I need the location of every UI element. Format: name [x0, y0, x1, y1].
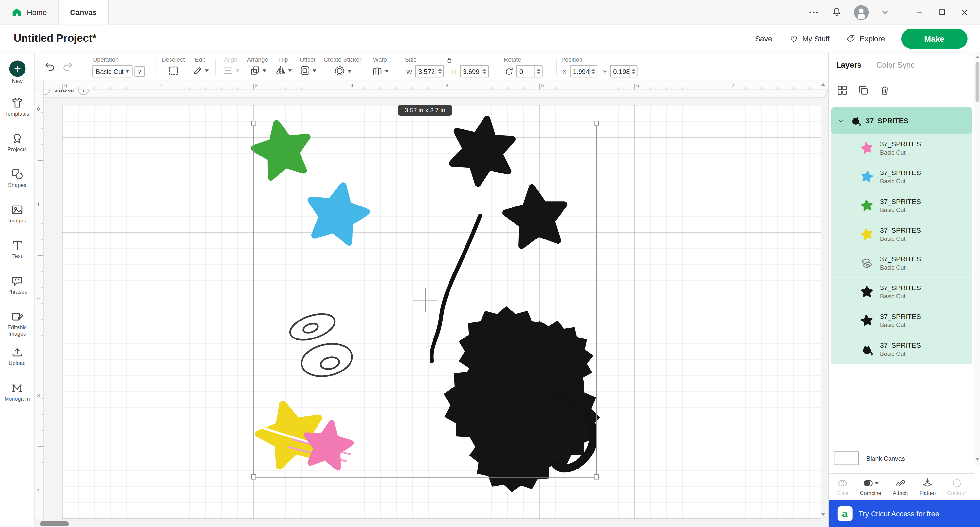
selection-handle-sw[interactable] [251, 474, 256, 479]
blank-canvas-row[interactable]: Blank Canvas [829, 448, 974, 468]
layer-row[interactable]: 37_SPRITESBasic Cut [831, 277, 972, 306]
design-canvas[interactable]: 3.57 in x 3.7 in 0 1 2 3 4 5 6 7 0 1 2 3… [35, 81, 828, 527]
flip-caret[interactable] [288, 69, 291, 72]
edit-caret[interactable] [205, 69, 208, 72]
size-lock-icon[interactable] [445, 56, 454, 64]
position-y-stepper[interactable] [630, 66, 637, 77]
canvas-scroll-down-arrow[interactable] [821, 513, 826, 516]
cricut-access-banner[interactable]: a Try Cricut Access for free [829, 500, 980, 527]
tab-color-sync[interactable]: Color Sync [877, 61, 915, 70]
layer-row[interactable]: 37_SPRITESBasic Cut [831, 162, 972, 191]
tab-home[interactable]: Home [0, 0, 58, 24]
sidebar-item-text[interactable]: Text [0, 236, 35, 272]
rotate-icon[interactable] [504, 66, 514, 77]
left-sidebar: New Templates Projects Shapes Images Tex… [0, 53, 35, 527]
blank-canvas-swatch[interactable] [834, 451, 859, 465]
combine-icon [862, 478, 873, 489]
tab-canvas[interactable]: Canvas [58, 0, 108, 24]
window-maximize-button[interactable] [932, 0, 951, 25]
sidebar-item-images[interactable]: Images [0, 201, 35, 236]
combine-caret[interactable] [875, 482, 879, 484]
horizontal-scrollbar[interactable] [35, 519, 828, 527]
deselect-icon[interactable] [167, 65, 179, 77]
layers-scroll-up-arrow[interactable] [976, 56, 979, 58]
sidebar-item-templates[interactable]: Templates [0, 94, 35, 129]
ruler-vertical: 0 1 2 3 4 [35, 90, 44, 527]
avatar[interactable] [854, 5, 869, 20]
delete-trash-icon[interactable] [879, 84, 891, 96]
contour-button[interactable]: Contour [947, 478, 966, 496]
layer-row[interactable]: 37_SPRITESBasic Cut [831, 220, 972, 248]
position-x-input[interactable]: 1.994 [570, 65, 597, 77]
warp-icon[interactable] [371, 65, 383, 77]
flatten-button[interactable]: Flatten [920, 478, 936, 496]
position-x-stepper[interactable] [589, 66, 597, 77]
contour-icon [951, 478, 962, 489]
selection-handle-nw[interactable] [251, 121, 256, 126]
duplicate-icon[interactable] [858, 84, 869, 96]
make-button[interactable]: Make [901, 29, 967, 49]
position-y-input[interactable]: 0.198 [610, 65, 638, 77]
undo-button[interactable] [44, 61, 56, 73]
offset-caret[interactable] [312, 69, 316, 72]
sidebar-item-editable-images[interactable]: Editable Images [0, 307, 35, 343]
selection-handle-ne[interactable] [594, 121, 599, 126]
width-input[interactable]: 3.572 [415, 65, 444, 77]
layer-group-header[interactable]: 37_SPRITES [831, 107, 972, 134]
window-close-button[interactable] [955, 0, 974, 25]
rotate-input[interactable]: 0 [516, 65, 542, 77]
layer-row[interactable]: 37_SPRITESBasic Cut [831, 335, 972, 364]
sidebar-item-upload[interactable]: Upload [0, 343, 35, 379]
layer-row[interactable]: 37_SPRITESBasic Cut [831, 248, 972, 277]
cat-black-icon [860, 342, 874, 356]
layers-scroll-down-arrow[interactable] [976, 458, 979, 461]
layers-scrollbar-thumb[interactable] [976, 62, 979, 102]
explore-button[interactable]: Explore [846, 33, 885, 44]
attach-button[interactable]: Attach [893, 478, 908, 496]
width-stepper[interactable] [436, 66, 443, 77]
layers-scrollbar[interactable] [974, 53, 980, 466]
group-collapse-chevron-icon[interactable] [836, 116, 846, 126]
rotate-stepper[interactable] [535, 66, 542, 77]
save-button[interactable]: Save [755, 34, 772, 43]
my-stuff-button[interactable]: My Stuff [789, 33, 830, 44]
flip-icon[interactable] [275, 65, 286, 76]
height-input[interactable]: 3.699 [460, 65, 489, 77]
sidebar-item-projects[interactable]: Projects [0, 129, 35, 165]
align-group: Align [219, 53, 243, 76]
height-stepper[interactable] [480, 66, 488, 77]
layer-row[interactable]: 37_SPRITESBasic Cut [831, 134, 972, 162]
horizontal-scrollbar-thumb[interactable] [40, 521, 68, 526]
arrange-caret[interactable] [262, 69, 266, 72]
window-minimize-button[interactable] [910, 0, 929, 25]
create-sticker-caret[interactable] [348, 70, 351, 72]
selection-handle-se[interactable] [594, 474, 599, 479]
deselect-group: Deselect [159, 53, 188, 77]
tab-layers[interactable]: Layers [836, 61, 861, 70]
selection-box[interactable] [253, 123, 597, 478]
edit-pencil-icon[interactable] [191, 65, 202, 76]
overflow-menu-icon[interactable] [808, 6, 819, 18]
layer-row[interactable]: 37_SPRITESBasic Cut [831, 191, 972, 220]
slice-icon [837, 478, 848, 489]
group-icon[interactable] [836, 84, 848, 96]
redo-button[interactable] [61, 61, 73, 73]
notifications-bell-icon[interactable] [831, 6, 843, 18]
combine-button[interactable]: Combine [860, 478, 881, 496]
sidebar-item-phrases[interactable]: Phrases [0, 272, 35, 307]
layer-row[interactable]: 37_SPRITESBasic Cut [831, 306, 972, 335]
arrange-icon[interactable] [249, 65, 260, 76]
chevron-down-icon[interactable] [880, 7, 890, 18]
align-icon[interactable] [222, 65, 233, 76]
operation-select[interactable]: Basic Cut [92, 65, 132, 77]
canvas-scroll-up-arrow[interactable] [821, 83, 826, 86]
sidebar-item-shapes[interactable]: Shapes [0, 165, 35, 201]
home-icon [11, 6, 22, 18]
create-sticker-icon[interactable] [334, 65, 345, 77]
sidebar-item-monogram[interactable]: Monogram [0, 379, 35, 414]
slice-button[interactable]: Slice [837, 478, 848, 496]
warp-caret[interactable] [385, 70, 389, 72]
offset-icon[interactable] [299, 65, 310, 76]
sidebar-item-new[interactable]: New [0, 58, 35, 94]
operation-help-button[interactable]: ? [134, 66, 145, 77]
